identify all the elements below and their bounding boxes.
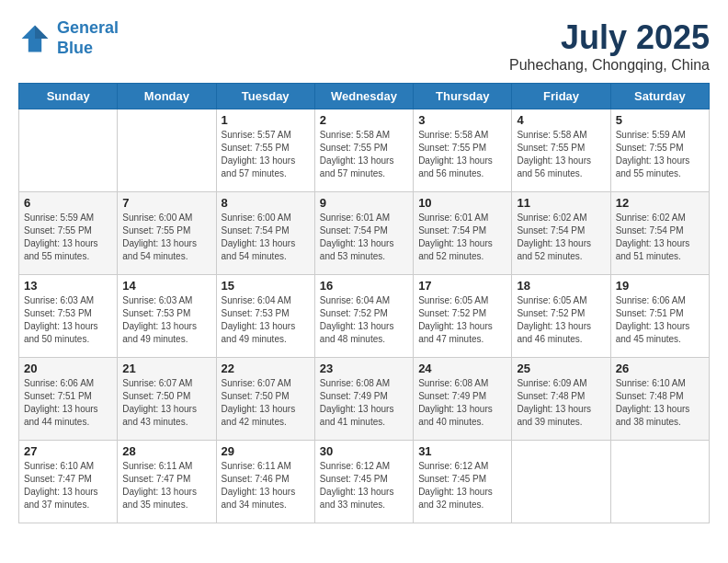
day-number: 16 (320, 279, 408, 293)
day-number: 18 (517, 279, 605, 293)
day-number: 13 (24, 279, 112, 293)
calendar-day-cell: 12Sunrise: 6:02 AMSunset: 7:54 PMDayligh… (610, 192, 709, 275)
day-info: Sunrise: 5:59 AMSunset: 7:55 PMDaylight:… (24, 212, 112, 263)
calendar-day-cell: 24Sunrise: 6:08 AMSunset: 7:49 PMDayligh… (414, 358, 512, 441)
svg-marker-1 (35, 25, 48, 38)
day-info: Sunrise: 6:10 AMSunset: 7:48 PMDaylight:… (616, 377, 704, 429)
calendar-day-cell: 3Sunrise: 5:58 AMSunset: 7:55 PMDaylight… (414, 109, 512, 192)
calendar-day-cell: 7Sunrise: 6:00 AMSunset: 7:55 PMDaylight… (118, 192, 216, 275)
day-info: Sunrise: 6:07 AMSunset: 7:50 PMDaylight:… (222, 377, 310, 429)
calendar-body: 1Sunrise: 5:57 AMSunset: 7:55 PMDaylight… (19, 109, 710, 523)
calendar-day-cell (610, 441, 709, 523)
day-info: Sunrise: 6:01 AMSunset: 7:54 PMDaylight:… (320, 212, 408, 263)
day-info: Sunrise: 6:04 AMSunset: 7:52 PMDaylight:… (320, 294, 408, 346)
day-number: 8 (222, 196, 310, 210)
day-number: 22 (222, 362, 310, 375)
day-info: Sunrise: 5:57 AMSunset: 7:55 PMDaylight:… (222, 129, 310, 180)
day-number: 20 (24, 362, 112, 375)
day-info: Sunrise: 6:04 AMSunset: 7:53 PMDaylight:… (222, 294, 310, 346)
weekday-header-row: SundayMondayTuesdayWednesdayThursdayFrid… (19, 84, 710, 109)
weekday-header-cell: Thursday (414, 84, 512, 109)
calendar-day-cell: 25Sunrise: 6:09 AMSunset: 7:48 PMDayligh… (512, 358, 610, 441)
day-info: Sunrise: 6:00 AMSunset: 7:54 PMDaylight:… (222, 212, 310, 263)
logo-icon (18, 22, 51, 55)
day-info: Sunrise: 5:59 AMSunset: 7:55 PMDaylight:… (616, 129, 704, 180)
day-info: Sunrise: 6:00 AMSunset: 7:55 PMDaylight:… (122, 212, 210, 263)
day-number: 12 (616, 196, 704, 210)
day-info: Sunrise: 6:01 AMSunset: 7:54 PMDaylight:… (418, 212, 506, 263)
day-info: Sunrise: 6:02 AMSunset: 7:54 PMDaylight:… (616, 212, 704, 263)
day-info: Sunrise: 6:07 AMSunset: 7:50 PMDaylight:… (122, 377, 210, 429)
day-number: 29 (222, 444, 310, 458)
calendar-day-cell: 4Sunrise: 5:58 AMSunset: 7:55 PMDaylight… (512, 109, 610, 192)
calendar-day-cell: 16Sunrise: 6:04 AMSunset: 7:52 PMDayligh… (314, 275, 413, 358)
calendar-day-cell: 18Sunrise: 6:05 AMSunset: 7:52 PMDayligh… (512, 275, 610, 358)
day-number: 15 (222, 279, 310, 293)
calendar-day-cell: 30Sunrise: 6:12 AMSunset: 7:45 PMDayligh… (314, 441, 413, 523)
calendar-day-cell: 22Sunrise: 6:07 AMSunset: 7:50 PMDayligh… (216, 358, 314, 441)
calendar-day-cell (512, 441, 610, 523)
calendar-table: SundayMondayTuesdayWednesdayThursdayFrid… (18, 83, 710, 523)
calendar-day-cell: 9Sunrise: 6:01 AMSunset: 7:54 PMDaylight… (314, 192, 413, 275)
calendar-week-row: 20Sunrise: 6:06 AMSunset: 7:51 PMDayligh… (19, 358, 710, 441)
calendar-day-cell: 2Sunrise: 5:58 AMSunset: 7:55 PMDaylight… (314, 109, 413, 192)
weekday-header-cell: Tuesday (216, 84, 314, 109)
day-info: Sunrise: 6:05 AMSunset: 7:52 PMDaylight:… (418, 294, 506, 346)
day-number: 17 (418, 279, 506, 293)
day-info: Sunrise: 6:03 AMSunset: 7:53 PMDaylight:… (122, 294, 210, 346)
day-info: Sunrise: 6:11 AMSunset: 7:46 PMDaylight:… (222, 460, 310, 511)
calendar-day-cell: 28Sunrise: 6:11 AMSunset: 7:47 PMDayligh… (118, 441, 216, 523)
calendar-day-cell: 5Sunrise: 5:59 AMSunset: 7:55 PMDaylight… (610, 109, 709, 192)
day-number: 4 (517, 113, 605, 127)
day-info: Sunrise: 6:05 AMSunset: 7:52 PMDaylight:… (517, 294, 605, 346)
calendar-day-cell: 1Sunrise: 5:57 AMSunset: 7:55 PMDaylight… (216, 109, 314, 192)
day-number: 23 (320, 362, 408, 375)
calendar-day-cell: 17Sunrise: 6:05 AMSunset: 7:52 PMDayligh… (414, 275, 512, 358)
day-info: Sunrise: 6:06 AMSunset: 7:51 PMDaylight:… (24, 377, 112, 429)
month-title: July 2025 (509, 18, 710, 57)
calendar-day-cell: 26Sunrise: 6:10 AMSunset: 7:48 PMDayligh… (610, 358, 709, 441)
weekday-header-cell: Friday (512, 84, 610, 109)
day-info: Sunrise: 5:58 AMSunset: 7:55 PMDaylight:… (517, 129, 605, 180)
weekday-header-cell: Wednesday (314, 84, 413, 109)
title-block: July 2025 Puhechang, Chongqing, China (509, 18, 710, 74)
calendar-week-row: 1Sunrise: 5:57 AMSunset: 7:55 PMDaylight… (19, 109, 710, 192)
page-header: General Blue July 2025 Puhechang, Chongq… (18, 18, 710, 74)
day-info: Sunrise: 6:03 AMSunset: 7:53 PMDaylight:… (24, 294, 112, 346)
day-info: Sunrise: 6:08 AMSunset: 7:49 PMDaylight:… (418, 377, 506, 429)
day-number: 21 (122, 362, 210, 375)
day-number: 30 (320, 444, 408, 458)
day-info: Sunrise: 6:12 AMSunset: 7:45 PMDaylight:… (320, 460, 408, 511)
calendar-day-cell: 21Sunrise: 6:07 AMSunset: 7:50 PMDayligh… (118, 358, 216, 441)
day-info: Sunrise: 6:02 AMSunset: 7:54 PMDaylight:… (517, 212, 605, 263)
calendar-day-cell: 27Sunrise: 6:10 AMSunset: 7:47 PMDayligh… (19, 441, 118, 523)
calendar-week-row: 27Sunrise: 6:10 AMSunset: 7:47 PMDayligh… (19, 441, 710, 523)
day-number: 10 (418, 196, 506, 210)
calendar-day-cell: 20Sunrise: 6:06 AMSunset: 7:51 PMDayligh… (19, 358, 118, 441)
calendar-day-cell: 31Sunrise: 6:12 AMSunset: 7:45 PMDayligh… (414, 441, 512, 523)
calendar-day-cell: 8Sunrise: 6:00 AMSunset: 7:54 PMDaylight… (216, 192, 314, 275)
calendar-week-row: 6Sunrise: 5:59 AMSunset: 7:55 PMDaylight… (19, 192, 710, 275)
day-info: Sunrise: 5:58 AMSunset: 7:55 PMDaylight:… (320, 129, 408, 180)
calendar-day-cell: 11Sunrise: 6:02 AMSunset: 7:54 PMDayligh… (512, 192, 610, 275)
day-info: Sunrise: 6:08 AMSunset: 7:49 PMDaylight:… (320, 377, 408, 429)
day-number: 6 (24, 196, 112, 210)
day-number: 27 (24, 444, 112, 458)
day-number: 9 (320, 196, 408, 210)
day-number: 19 (616, 279, 704, 293)
weekday-header-cell: Monday (118, 84, 216, 109)
day-number: 5 (616, 113, 704, 127)
calendar-day-cell: 29Sunrise: 6:11 AMSunset: 7:46 PMDayligh… (216, 441, 314, 523)
calendar-day-cell (19, 109, 118, 192)
day-number: 24 (418, 362, 506, 375)
calendar-day-cell: 23Sunrise: 6:08 AMSunset: 7:49 PMDayligh… (314, 358, 413, 441)
weekday-header-cell: Saturday (610, 84, 709, 109)
logo-line1: General (57, 18, 119, 37)
day-number: 28 (122, 444, 210, 458)
day-number: 25 (517, 362, 605, 375)
day-info: Sunrise: 6:09 AMSunset: 7:48 PMDaylight:… (517, 377, 605, 429)
calendar-day-cell: 15Sunrise: 6:04 AMSunset: 7:53 PMDayligh… (216, 275, 314, 358)
calendar-day-cell: 10Sunrise: 6:01 AMSunset: 7:54 PMDayligh… (414, 192, 512, 275)
day-number: 31 (418, 444, 506, 458)
calendar-day-cell: 6Sunrise: 5:59 AMSunset: 7:55 PMDaylight… (19, 192, 118, 275)
